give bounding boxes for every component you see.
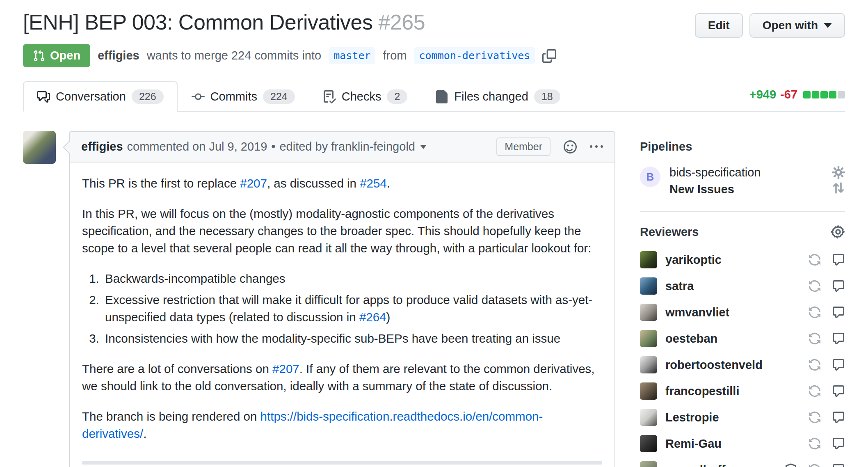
reviewer-row-sappelhoff: sappelhoff: [640, 461, 845, 467]
shield-lock-icon[interactable]: [784, 463, 797, 467]
comment-icon[interactable]: [832, 463, 845, 467]
avatar[interactable]: [640, 435, 657, 452]
add-reaction-button[interactable]: [564, 140, 577, 153]
diffstat: +949 -67: [749, 88, 845, 105]
diffstat-blocks: [803, 91, 845, 98]
issue-link-207-2[interactable]: #207: [272, 362, 299, 375]
re-request-review-icon[interactable]: [808, 385, 821, 398]
comment-icon[interactable]: [832, 279, 845, 293]
reviewer-row-satra: satra: [640, 277, 845, 295]
sidebar: Pipelines B bids-specification New Issue…: [640, 121, 845, 467]
divider: [82, 461, 602, 465]
reviewer-name[interactable]: wmvanvliet: [665, 306, 729, 319]
tab-count: 224: [263, 89, 295, 104]
avatar[interactable]: [640, 304, 657, 321]
tab-files-changed[interactable]: Files changed 18: [421, 81, 574, 112]
reviewers-section: Reviewers yarikoptic satra: [640, 211, 845, 467]
tab-conversation[interactable]: Conversation 226: [23, 81, 178, 112]
tab-count: 226: [132, 89, 164, 104]
issue-link-254[interactable]: #254: [360, 176, 387, 190]
re-request-review-icon[interactable]: [808, 279, 821, 293]
tab-count: 2: [387, 89, 407, 104]
issue-link-264[interactable]: #264: [359, 310, 386, 324]
kebab-menu-button[interactable]: [590, 140, 603, 153]
reviewer-name[interactable]: satra: [665, 279, 694, 293]
reviewer-name[interactable]: sappelhoff: [665, 463, 726, 467]
comment-icon[interactable]: [832, 358, 845, 371]
pr-tab-bar: Conversation 226 Commits 224 Checks 2 Fi…: [23, 81, 845, 112]
avatar[interactable]: [640, 461, 657, 467]
merge-text: wants to merge 224 commits into: [147, 49, 322, 62]
reviewer-name[interactable]: oesteban: [665, 332, 717, 346]
gear-icon[interactable]: [832, 166, 845, 179]
edit-button[interactable]: Edit: [695, 13, 743, 38]
kebab-horizontal-icon: [590, 140, 603, 153]
re-request-review-icon[interactable]: [808, 306, 821, 319]
reviewer-row-lestropie: Lestropie: [640, 409, 845, 426]
pipeline-app-name[interactable]: bids-specification: [669, 166, 761, 179]
diffstat-deletions: -67: [780, 88, 797, 101]
reviewer-name[interactable]: francopestilli: [665, 385, 740, 398]
pipeline-row[interactable]: B bids-specification New Issues: [640, 166, 845, 196]
copy-branch-button[interactable]: [542, 49, 556, 63]
checklist-icon: [323, 90, 336, 103]
avatar[interactable]: [640, 251, 657, 268]
re-request-review-icon[interactable]: [808, 358, 821, 371]
reviewer-row-remi-gau: Remi-Gau: [640, 435, 845, 452]
pr-title-text: [ENH] BEP 003: Common Derivatives: [23, 10, 372, 34]
avatar[interactable]: [23, 131, 56, 164]
reviewer-name[interactable]: yarikoptic: [665, 253, 722, 267]
comment-discussion-icon: [37, 90, 50, 103]
comment-icon[interactable]: [832, 411, 845, 424]
pipelines-heading: Pipelines: [640, 140, 692, 153]
avatar[interactable]: [640, 382, 657, 400]
reviewers-heading: Reviewers: [640, 225, 699, 239]
comment-icon[interactable]: [832, 437, 845, 450]
tab-commits[interactable]: Commits 224: [178, 81, 309, 112]
pipelines-section: Pipelines B bids-specification New Issue…: [640, 140, 845, 211]
pipeline-status[interactable]: New Issues: [669, 183, 761, 196]
head-branch-label[interactable]: common-derivatives: [414, 47, 535, 64]
avatar[interactable]: [640, 330, 657, 347]
comment-author[interactable]: effigies: [81, 140, 123, 153]
header-actions: Edit Open with: [695, 13, 845, 38]
tab-checks[interactable]: Checks 2: [309, 81, 422, 112]
paragraph: The branch is being rendered on https://…: [82, 408, 602, 442]
base-branch-label[interactable]: master: [329, 47, 375, 64]
comment-icon[interactable]: [832, 253, 845, 266]
git-commit-icon: [192, 90, 205, 103]
avatar[interactable]: [640, 277, 657, 295]
re-request-review-icon[interactable]: [808, 253, 821, 266]
reviewer-name[interactable]: Lestropie: [665, 411, 719, 424]
avatar[interactable]: [640, 356, 657, 373]
dot-separator: •: [271, 140, 275, 153]
comment-icon[interactable]: [832, 385, 845, 398]
re-request-review-icon[interactable]: [808, 437, 821, 450]
avatar[interactable]: [640, 409, 657, 426]
reviewer-name[interactable]: robertoostenveld: [665, 358, 763, 372]
comment-icon[interactable]: [832, 306, 845, 319]
comment-icon[interactable]: [832, 332, 845, 345]
pr-page: [ENH] BEP 003: Common Derivatives #265 E…: [0, 0, 868, 467]
issue-link-207[interactable]: #207: [240, 176, 267, 190]
up-down-arrows-icon[interactable]: [832, 181, 845, 195]
re-request-review-icon[interactable]: [808, 463, 821, 467]
pr-header: [ENH] BEP 003: Common Derivatives #265 E…: [23, 0, 845, 67]
paragraph: There are a lot of conversations on #207…: [82, 360, 602, 395]
paragraph: This PR is the first to replace #207, as…: [82, 175, 602, 192]
chevron-down-icon: [824, 23, 832, 28]
from-word: from: [383, 49, 407, 62]
open-with-button[interactable]: Open with: [749, 13, 845, 38]
re-request-review-icon[interactable]: [808, 332, 821, 345]
member-badge: Member: [496, 137, 550, 156]
comment-header-actions: Member: [496, 137, 603, 156]
edited-by[interactable]: edited by franklin-feingold: [279, 140, 415, 153]
comment-body: This PR is the first to replace #207, as…: [70, 163, 614, 467]
reviewer-name[interactable]: Remi-Gau: [665, 437, 722, 451]
diffstat-additions: +949: [749, 88, 776, 101]
pr-author[interactable]: effigies: [98, 49, 139, 62]
reviewer-row-yarikoptic: yarikoptic: [640, 251, 845, 268]
reviewers-settings-button[interactable]: [831, 225, 845, 239]
chevron-down-icon[interactable]: [420, 145, 427, 149]
re-request-review-icon[interactable]: [808, 411, 821, 424]
